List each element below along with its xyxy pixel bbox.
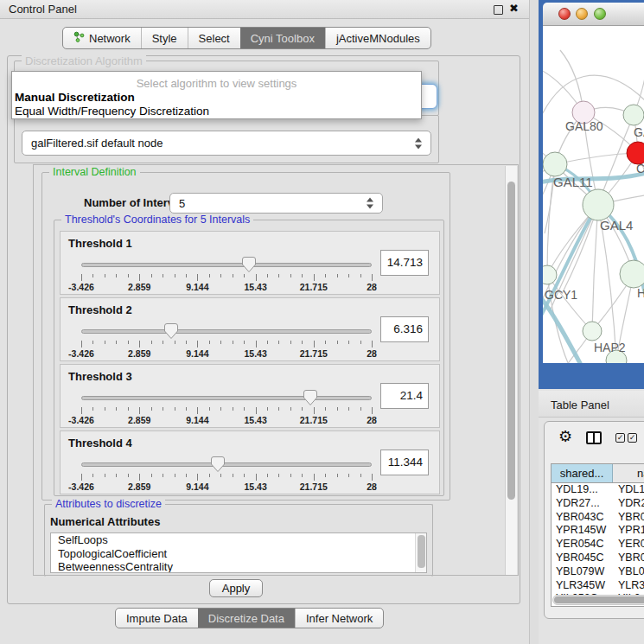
threshold-slider[interactable]: -3.4262.8599.14415.4321.71528 xyxy=(81,456,372,492)
number-of-intervals-combobox[interactable]: 5 xyxy=(169,193,383,214)
network-view-window: GAL80 GA C GAL11 GAL4 GCY1 H HAP2 xyxy=(539,0,644,389)
scale-label: -3.426 xyxy=(68,481,94,492)
tick-mark xyxy=(372,407,373,414)
slider-track[interactable] xyxy=(81,462,372,467)
minimize-traffic-light-icon[interactable] xyxy=(576,8,588,20)
node-hap2[interactable] xyxy=(583,322,602,341)
tab-discretize-data[interactable]: Discretize Data xyxy=(198,609,295,628)
table-row[interactable]: YBR045CYBR0 xyxy=(552,552,644,565)
threshold-value-field[interactable]: 14.713 xyxy=(380,250,429,276)
settings-gear-icon[interactable]: ⚙ xyxy=(558,429,572,444)
table-row[interactable]: YBL079WYBL0 xyxy=(552,565,644,579)
network-window-titlebar[interactable] xyxy=(543,3,644,26)
threshold-slider[interactable]: -3.4262.8599.14415.4321.71528 xyxy=(81,389,372,425)
panel-scrollbar[interactable] xyxy=(505,166,517,575)
node-h[interactable] xyxy=(620,260,644,288)
threshold-value-field[interactable]: 21.4 xyxy=(380,383,429,409)
table-row[interactable]: YLR345WYLR3 xyxy=(552,579,644,593)
numerical-attributes-list[interactable]: SelfLoops TopologicalCoefficient Between… xyxy=(50,532,427,573)
hide-columns-checkbox-icon[interactable]: ✓ xyxy=(628,433,637,443)
close-icon[interactable]: ✖ xyxy=(509,2,519,15)
table-horizontal-scrollbar[interactable] xyxy=(552,595,644,605)
column-header-name[interactable]: na xyxy=(613,464,644,482)
tick-mark xyxy=(314,407,315,414)
tab-infer-network[interactable]: Infer Network xyxy=(295,609,383,628)
threshold-value-field[interactable]: 6.316 xyxy=(380,316,429,342)
list-scrollbar[interactable] xyxy=(415,533,426,572)
slider-thumb[interactable] xyxy=(242,257,256,273)
list-item[interactable]: SelfLoops xyxy=(51,533,426,547)
tick-mark xyxy=(244,341,245,344)
tick-mark xyxy=(233,407,233,411)
zoom-traffic-light-icon[interactable] xyxy=(594,8,606,20)
dropdown-item-manual-discretization[interactable]: Manual Discretization xyxy=(15,91,135,104)
tick-mark xyxy=(302,274,303,277)
list-item[interactable]: TopologicalCoefficient xyxy=(51,547,426,561)
list-item[interactable]: BetweennessCentrality xyxy=(51,560,426,573)
tick-mark xyxy=(290,474,291,477)
scale-label: 28 xyxy=(367,481,377,492)
table-row[interactable]: YDL19...YDL1 xyxy=(552,483,644,497)
tick-mark xyxy=(220,474,221,477)
slider-track[interactable] xyxy=(81,263,372,267)
tick-mark xyxy=(139,407,140,414)
tick-mark xyxy=(290,274,291,277)
tab-cyni-toolbox[interactable]: Cyni Toolbox xyxy=(240,28,325,48)
tick-mark xyxy=(209,341,210,344)
scrollbar-thumb[interactable] xyxy=(507,182,515,500)
cyni-mode-tabs: Impute Data Discretize Data Infer Networ… xyxy=(115,608,384,628)
tab-impute-data[interactable]: Impute Data xyxy=(116,609,198,628)
slider-track[interactable] xyxy=(81,396,372,400)
tick-mark xyxy=(372,341,373,348)
table-row[interactable]: YBR043CYBR0 xyxy=(552,511,644,525)
tick-mark xyxy=(290,407,291,411)
float-window-icon[interactable] xyxy=(494,5,503,15)
tick-mark xyxy=(302,474,303,477)
tick-mark xyxy=(290,341,291,344)
control-panel: Control Panel ✖ Network Style Se xyxy=(0,0,529,644)
node-gcy1[interactable] xyxy=(543,265,557,284)
scrollbar-thumb[interactable] xyxy=(554,596,644,603)
tab-select[interactable]: Select xyxy=(188,28,240,48)
node-gal4[interactable] xyxy=(583,189,614,220)
threshold-slider[interactable]: -3.4262.8599.14415.4321.71528 xyxy=(81,322,372,359)
tab-network[interactable]: Network xyxy=(63,28,141,48)
close-traffic-light-icon[interactable] xyxy=(558,8,571,20)
table-row[interactable]: YPR145WYPR1 xyxy=(552,524,644,538)
scale-label: 2.859 xyxy=(128,282,150,292)
node-unlabeled-green[interactable] xyxy=(623,105,644,125)
apply-button[interactable]: Apply xyxy=(209,579,263,597)
tab-style[interactable]: Style xyxy=(141,28,188,48)
combobox-stepper-icon[interactable] xyxy=(415,137,423,149)
scale-label: 2.859 xyxy=(128,348,150,359)
tab-jactivemnodules[interactable]: jActiveMNodules xyxy=(325,28,430,48)
table-data-combobox[interactable]: galFiltered.sif default node xyxy=(22,131,431,156)
tick-mark xyxy=(197,407,198,414)
table-rows: YDL19...YDL1 YDR27...YDR2 YBR043CYBR0 YP… xyxy=(552,483,644,596)
network-canvas[interactable]: GAL80 GA C GAL11 GAL4 GCY1 H HAP2 xyxy=(543,26,644,363)
slider-thumb[interactable] xyxy=(303,390,317,406)
threshold-slider[interactable]: -3.4262.8599.14415.4321.71528 xyxy=(81,256,372,292)
slider-track[interactable] xyxy=(81,329,372,334)
column-header-shared-name[interactable]: shared... xyxy=(552,464,613,482)
panel-divider[interactable] xyxy=(529,0,539,644)
node-label-gal80: GAL80 xyxy=(565,119,603,133)
split-view-icon[interactable] xyxy=(586,431,602,444)
table-row[interactable]: YER054CYER0 xyxy=(552,538,644,552)
slider-thumb[interactable] xyxy=(211,456,225,473)
slider-thumb[interactable] xyxy=(164,323,178,340)
combobox-stepper-icon[interactable] xyxy=(367,198,374,209)
table-panel-body: ⚙ ✓ ✓ shared... na YDL19...YDL1 YDR27...… xyxy=(544,421,644,619)
tick-mark xyxy=(175,474,175,477)
tick-mark xyxy=(197,474,198,481)
show-columns-checkbox-icon[interactable]: ✓ xyxy=(615,433,625,443)
node-gal11[interactable] xyxy=(543,152,567,176)
threshold-value-field[interactable]: 11.344 xyxy=(380,450,429,475)
slider-scale-labels: -3.4262.8599.14415.4321.71528 xyxy=(81,415,372,425)
screen: Control Panel ✖ Network Style Se xyxy=(0,0,644,644)
tick-mark xyxy=(175,407,175,411)
threshold-2-panel: Threshold 2 -3.4262.8599.14415.4321.7152… xyxy=(60,297,440,361)
table-row[interactable]: YDR27...YDR2 xyxy=(552,497,644,511)
scale-label: 15.43 xyxy=(244,282,266,292)
dropdown-item-equal-width-frequency[interactable]: Equal Width/Frequency Discretization xyxy=(15,105,209,118)
